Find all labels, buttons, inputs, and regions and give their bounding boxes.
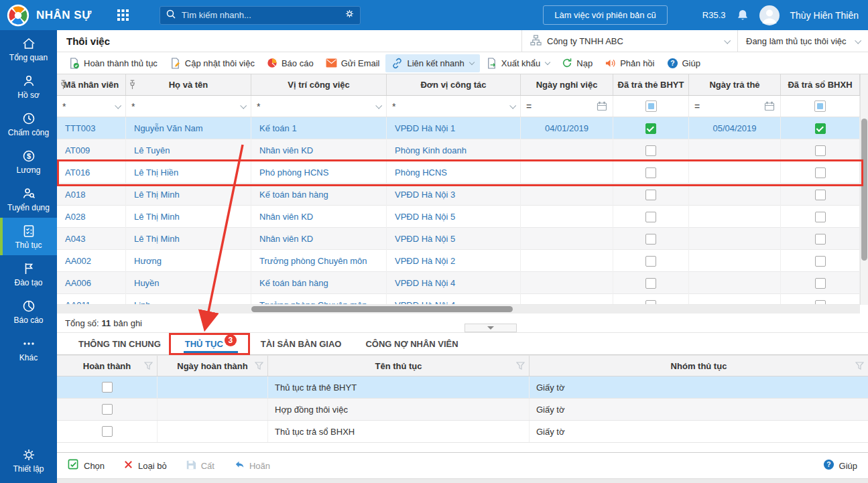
chevron-down-icon[interactable]	[240, 102, 247, 109]
chevron-down-icon[interactable]	[509, 102, 516, 109]
footer-button[interactable]: Cất	[186, 460, 214, 472]
footer-button[interactable]: Chọn	[68, 459, 105, 472]
filter-checkbox[interactable]	[814, 100, 826, 112]
vertical-scrollbar[interactable]	[860, 74, 868, 305]
footer-button[interactable]: Hoãn	[233, 460, 270, 472]
detail-tab[interactable]: THỦ TỤC3	[173, 333, 249, 354]
filter-checkbox[interactable]	[645, 100, 657, 112]
detail-tab[interactable]: TÀI SẢN BÀN GIAO	[249, 333, 354, 354]
bhxh-returned-checkbox[interactable]	[815, 167, 826, 178]
table-row[interactable]: Thủ tục trả thẻ BHYT Giấy tờ	[57, 376, 868, 399]
sidebar-item[interactable]: Tuyển dụng	[0, 180, 57, 218]
column-header[interactable]: Hoàn thành	[57, 356, 158, 376]
table-row[interactable]: TTT003 Nguyễn Văn Nam Kế toán 1 VPĐD Hà …	[57, 117, 860, 139]
filter-operator[interactable]: =	[694, 101, 700, 112]
bhyt-returned-checkbox[interactable]	[645, 167, 656, 178]
column-filter[interactable]	[613, 96, 689, 117]
calendar-icon[interactable]	[597, 101, 607, 111]
sidebar-item[interactable]: Hồ sơ	[0, 68, 57, 105]
column-filter[interactable]: *	[57, 96, 126, 117]
bhxh-returned-checkbox[interactable]	[815, 212, 826, 222]
filter-operator[interactable]: *	[131, 101, 135, 112]
sidebar-item[interactable]: $ Lương	[0, 143, 57, 180]
filter-funnel-icon[interactable]	[855, 362, 864, 370]
user-avatar[interactable]	[759, 5, 780, 25]
sidebar-item-settings[interactable]: Thiết lập	[0, 441, 57, 479]
column-filter[interactable]: *	[387, 96, 521, 117]
column-filter[interactable]: =	[521, 96, 613, 117]
filter-operator[interactable]: *	[392, 101, 395, 112]
horizontal-scrollbar[interactable]	[57, 305, 860, 314]
search-input[interactable]	[182, 10, 339, 20]
sidebar-item[interactable]: Khác	[0, 330, 57, 368]
apps-grid-icon[interactable]	[117, 9, 129, 21]
column-header[interactable]: Đã trả sổ BHXH	[781, 74, 860, 95]
old-version-button[interactable]: Làm việc với phiên bản cũ	[543, 5, 668, 25]
calendar-icon[interactable]	[764, 101, 775, 111]
column-header[interactable]: Ngày trả thẻ	[689, 74, 781, 95]
column-filter[interactable]: *	[251, 96, 387, 117]
bhyt-returned-checkbox[interactable]	[645, 234, 656, 245]
app-logo-icon[interactable]	[7, 4, 29, 27]
company-selector[interactable]: Công ty TNHH ABC	[521, 30, 737, 52]
bhyt-returned-checkbox[interactable]	[645, 190, 656, 200]
detail-tab[interactable]: THÔNG TIN CHUNG	[66, 333, 173, 354]
filter-funnel-icon[interactable]	[255, 362, 263, 370]
column-header[interactable]: Mã nhân viên	[57, 74, 126, 95]
column-header[interactable]: Đã trả thẻ BHYT	[613, 74, 689, 95]
sidebar-item[interactable]: Đào tạo	[0, 255, 57, 293]
filter-operator[interactable]: *	[62, 101, 66, 112]
completed-checkbox[interactable]	[102, 382, 113, 393]
notifications-bell-icon[interactable]	[737, 9, 749, 22]
vertical-scrollbar-thumb[interactable]	[861, 119, 867, 261]
column-header[interactable]: Họ và tên	[126, 74, 251, 95]
table-row[interactable]: AA002 Hương Trưởng phòng Chuyên môn VPĐD…	[57, 250, 860, 272]
column-header[interactable]: Vị trí công việc	[251, 74, 387, 95]
search-settings-gear-icon[interactable]	[345, 9, 355, 21]
toolbar-button[interactable]: Phản hồi	[599, 54, 660, 72]
bhyt-returned-checkbox[interactable]	[645, 278, 656, 289]
sidebar-item[interactable]: Chấm công	[0, 105, 57, 143]
filter-operator[interactable]: *	[257, 101, 260, 112]
table-row[interactable]: AT009 Lê Tuyên Nhân viên KD Phòng Kinh d…	[57, 139, 860, 161]
toolbar-button[interactable]: Gửi Email	[320, 54, 386, 72]
horizontal-scrollbar-thumb[interactable]	[251, 306, 513, 312]
column-header[interactable]: Ngày nghỉ việc	[521, 74, 613, 95]
toolbar-button[interactable]: Liên kết nhanh	[385, 54, 479, 72]
column-filter[interactable]: *	[126, 96, 251, 117]
filter-funnel-icon[interactable]	[516, 362, 525, 370]
table-row[interactable]: AA011 Linh Trưởng phòng Chuyên môn VPĐD …	[57, 294, 860, 305]
table-row[interactable]: AA006 Huyền Kế toán bán hàng VPĐD Hà Nội…	[57, 272, 860, 294]
column-filter[interactable]	[781, 96, 860, 117]
bhxh-returned-checkbox[interactable]	[815, 278, 826, 289]
table-row[interactable]: Thủ tục trả sổ BHXH Giấy tờ	[57, 421, 868, 443]
footer-button[interactable]: Loại bỏ	[123, 460, 167, 472]
toolbar-button[interactable]: Nạp	[556, 54, 599, 72]
bhxh-returned-checkbox[interactable]	[815, 123, 826, 134]
table-row[interactable]: A043 Lê Thị Minh Nhân viên KD VPĐD Hà Nộ…	[57, 228, 860, 250]
bhxh-returned-checkbox[interactable]	[815, 300, 826, 305]
sidebar-item[interactable]: Thủ tục	[0, 218, 57, 255]
bhyt-returned-checkbox[interactable]	[645, 212, 656, 222]
column-filter[interactable]: =	[689, 96, 781, 117]
sidebar-item[interactable]: Báo cáo	[0, 293, 57, 330]
table-row[interactable]: A028 Lê Thị Minh Nhân viên KD VPĐD Hà Nộ…	[57, 206, 860, 228]
detail-tab[interactable]: CÔNG NỢ NHÂN VIÊN	[353, 333, 470, 354]
column-header[interactable]: Đơn vị công tác	[387, 74, 521, 95]
bhxh-returned-checkbox[interactable]	[815, 190, 826, 200]
table-row[interactable]: Hợp đồng thôi việc Giấy tờ	[57, 399, 868, 421]
toolbar-button[interactable]: Báo cáo	[261, 54, 320, 72]
completed-checkbox[interactable]	[102, 426, 113, 437]
completed-checkbox[interactable]	[102, 404, 113, 415]
toolbar-button[interactable]: Cập nhật thôi việc	[164, 54, 261, 72]
table-row[interactable]: AT016 Lê Thị Hiền Phó phòng HCNS Phòng H…	[57, 161, 860, 184]
bhxh-returned-checkbox[interactable]	[815, 234, 826, 245]
filter-operator[interactable]: =	[526, 101, 532, 112]
bhyt-returned-checkbox[interactable]	[645, 300, 656, 305]
toolbar-button[interactable]: ? Giúp	[661, 54, 706, 72]
detail-panel-collapse-handle[interactable]	[464, 324, 517, 332]
bhyt-returned-checkbox[interactable]	[645, 145, 656, 156]
bhyt-returned-checkbox[interactable]	[645, 123, 656, 134]
toolbar-button[interactable]: Xuất khẩu	[480, 54, 556, 72]
bhxh-returned-checkbox[interactable]	[815, 256, 826, 267]
